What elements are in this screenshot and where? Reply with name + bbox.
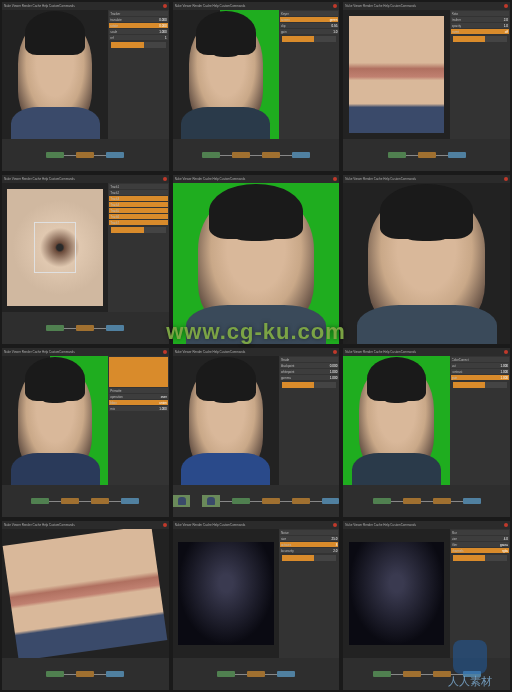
- property-row[interactable]: rotate0.000: [109, 23, 167, 28]
- property-value[interactable]: 1: [165, 36, 167, 40]
- timeline[interactable]: [282, 382, 336, 388]
- property-value[interactable]: 0.000: [330, 364, 338, 368]
- property-row[interactable]: blackpoint0.000: [280, 363, 338, 368]
- node-tracker[interactable]: [76, 152, 94, 158]
- node-primatte[interactable]: [61, 498, 79, 504]
- property-row[interactable]: filtergauss: [451, 542, 509, 547]
- property-value[interactable]: 2.0: [504, 18, 508, 22]
- close-icon[interactable]: [333, 177, 337, 181]
- node-graph-panel[interactable]: [2, 658, 169, 690]
- property-row[interactable]: Blur: [451, 530, 509, 535]
- timeline[interactable]: [453, 555, 507, 561]
- viewer-panel[interactable]: [2, 183, 108, 312]
- property-row[interactable]: gamma1.000: [280, 375, 338, 380]
- property-row[interactable]: scale1.000: [109, 29, 167, 34]
- property-value[interactable]: 1.000: [330, 376, 338, 380]
- property-row[interactable]: Track5: [109, 208, 167, 213]
- property-row[interactable]: clip0.95: [280, 23, 338, 28]
- node-viewer[interactable]: [277, 671, 295, 677]
- node-merge[interactable]: [292, 498, 310, 504]
- node-viewer[interactable]: [448, 152, 466, 158]
- property-row[interactable]: invertoff: [451, 29, 509, 34]
- property-value[interactable]: 0.000: [159, 24, 167, 28]
- close-icon[interactable]: [504, 350, 508, 354]
- property-row[interactable]: Track7: [109, 220, 167, 225]
- property-value[interactable]: off: [505, 30, 508, 34]
- node-read[interactable]: [46, 671, 64, 677]
- property-row[interactable]: lacunarity2.0: [280, 548, 338, 553]
- node-graph-panel[interactable]: [2, 312, 169, 344]
- property-value[interactable]: 0.95: [331, 24, 337, 28]
- property-row[interactable]: Roto: [451, 11, 509, 16]
- property-value[interactable]: 2.0: [333, 549, 337, 553]
- node-viewer[interactable]: [322, 498, 340, 504]
- property-row[interactable]: feather2.0: [451, 17, 509, 22]
- property-row[interactable]: size25.0: [280, 536, 338, 541]
- node-graph-panel[interactable]: [343, 485, 510, 517]
- node-graph-panel[interactable]: [2, 139, 169, 171]
- property-value[interactable]: 1.0: [504, 24, 508, 28]
- property-row[interactable]: Noise: [280, 530, 338, 535]
- property-value[interactable]: rgba: [502, 549, 508, 553]
- viewer-panel[interactable]: [343, 183, 510, 344]
- property-row[interactable]: screengreen: [280, 17, 338, 22]
- menu-bar[interactable]: Nuke Viewer Render Cache Help CustomComm…: [4, 350, 75, 354]
- property-row[interactable]: whitepoint1.000: [280, 369, 338, 374]
- close-icon[interactable]: [333, 350, 337, 354]
- node-viewer[interactable]: [292, 152, 310, 158]
- node-graph-panel[interactable]: [2, 485, 169, 517]
- close-icon[interactable]: [163, 523, 167, 527]
- menu-bar[interactable]: Nuke Viewer Render Cache Help CustomComm…: [4, 177, 75, 181]
- property-row[interactable]: Track4: [109, 202, 167, 207]
- viewer-panel[interactable]: [2, 529, 169, 658]
- curve-editor[interactable]: [109, 357, 167, 387]
- property-row[interactable]: size4.0: [451, 536, 509, 541]
- timeline[interactable]: [453, 36, 507, 42]
- property-row[interactable]: Tracker: [109, 11, 167, 16]
- viewer-panel[interactable]: [173, 529, 279, 658]
- node-graph-panel[interactable]: [173, 139, 340, 171]
- thumbnail-9[interactable]: Nuke Viewer Render Cache Help CustomComm…: [2, 521, 169, 690]
- menu-bar[interactable]: Nuke Viewer Render Cache Help CustomComm…: [345, 350, 416, 354]
- property-row[interactable]: bboxunion: [109, 400, 167, 405]
- property-row[interactable]: Primatte: [109, 388, 167, 393]
- node-cc[interactable]: [403, 498, 421, 504]
- node-read[interactable]: [373, 671, 391, 677]
- node-read[interactable]: [46, 325, 64, 331]
- node-viewer[interactable]: [106, 671, 124, 677]
- close-icon[interactable]: [163, 350, 167, 354]
- property-row[interactable]: Track1: [109, 184, 167, 189]
- node-planartracker[interactable]: [76, 325, 94, 331]
- property-value[interactable]: 1.000: [500, 364, 508, 368]
- property-value[interactable]: 1.000: [500, 370, 508, 374]
- node-viewer[interactable]: [106, 325, 124, 331]
- node-blur[interactable]: [403, 671, 421, 677]
- property-value[interactable]: 25.0: [331, 537, 337, 541]
- menu-bar[interactable]: Nuke Viewer Render Cache Help CustomComm…: [4, 523, 75, 527]
- property-value[interactable]: 1.0: [333, 30, 337, 34]
- timeline[interactable]: [282, 36, 336, 42]
- thumbnail-10[interactable]: Nuke Viewer Render Cache Help CustomComm…: [173, 521, 340, 690]
- node-roto[interactable]: [418, 152, 436, 158]
- node-merge[interactable]: [433, 498, 451, 504]
- property-row[interactable]: channelsrgba: [451, 548, 509, 553]
- property-row[interactable]: mix1.000: [109, 406, 167, 411]
- property-value[interactable]: green: [330, 18, 338, 22]
- property-row[interactable]: Keyer: [280, 11, 338, 16]
- close-icon[interactable]: [163, 177, 167, 181]
- node-read[interactable]: [46, 152, 64, 158]
- node-graph-panel[interactable]: [173, 658, 340, 690]
- node-graph-panel[interactable]: [173, 485, 340, 517]
- viewer-panel[interactable]: [343, 529, 449, 658]
- thumbnail-1[interactable]: Nuke Viewer Render Cache Help CustomComm…: [173, 2, 340, 171]
- property-value[interactable]: 1.000: [500, 376, 508, 380]
- node-grade[interactable]: [247, 671, 265, 677]
- viewer-panel[interactable]: [173, 356, 279, 485]
- property-row[interactable]: ColorCorrect: [451, 357, 509, 362]
- menu-bar[interactable]: Nuke Viewer Render Cache Help CustomComm…: [175, 350, 246, 354]
- property-row[interactable]: sat1.000: [451, 363, 509, 368]
- node-viewer[interactable]: [106, 152, 124, 158]
- menu-bar[interactable]: Nuke Viewer Render Cache Help CustomComm…: [345, 177, 416, 181]
- menu-bar[interactable]: Nuke Viewer Render Cache Help CustomComm…: [345, 4, 416, 8]
- node-read[interactable]: [202, 152, 220, 158]
